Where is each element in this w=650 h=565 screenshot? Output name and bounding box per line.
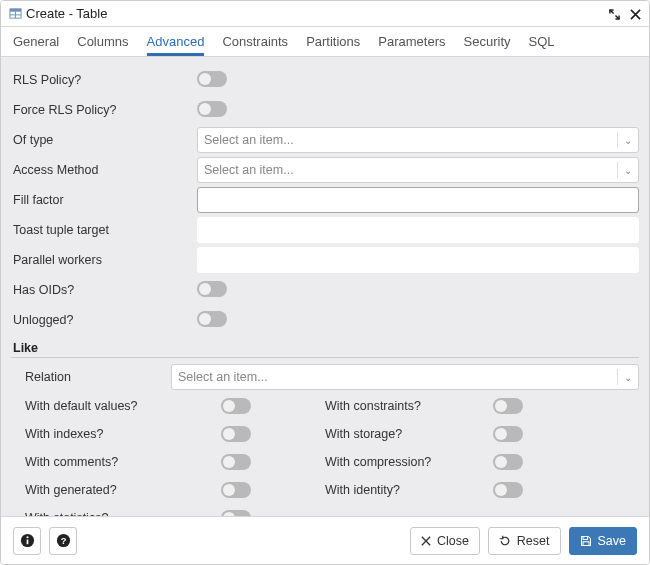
tab-advanced[interactable]: Advanced [147,27,205,56]
with-indexes-toggle[interactable] [221,426,251,442]
unlogged-toggle[interactable] [197,311,227,327]
save-button[interactable]: Save [569,527,638,555]
save-icon [580,535,592,547]
with-storage-toggle[interactable] [493,426,523,442]
with-storage-label: With storage? [325,427,493,441]
tab-sql[interactable]: SQL [529,27,555,56]
of-type-placeholder: Select an item... [204,133,611,147]
parallel-workers-input[interactable] [197,247,639,273]
access-method-placeholder: Select an item... [204,163,611,177]
fill-factor-label: Fill factor [11,193,197,207]
tab-general[interactable]: General [13,27,59,56]
reset-icon [499,535,511,547]
with-comments-toggle[interactable] [221,454,251,470]
tab-security[interactable]: Security [464,27,511,56]
relation-placeholder: Select an item... [178,370,611,384]
chevron-down-icon: ⌄ [624,135,632,146]
chevron-down-icon: ⌄ [624,372,632,383]
reset-label: Reset [517,534,550,548]
rls-policy-toggle[interactable] [197,71,227,87]
tab-constraints[interactable]: Constraints [222,27,288,56]
svg-rect-5 [26,540,28,545]
tab-partitions[interactable]: Partitions [306,27,360,56]
with-indexes-label: With indexes? [11,427,221,441]
svg-text:?: ? [60,536,66,546]
unlogged-label: Unlogged? [11,313,197,327]
rls-policy-label: RLS Policy? [11,73,197,87]
has-oids-label: Has OIDs? [11,283,197,297]
parallel-workers-label: Parallel workers [11,253,197,267]
with-compression-label: With compression? [325,455,493,469]
access-method-select[interactable]: Select an item... ⌄ [197,157,639,183]
tab-parameters[interactable]: Parameters [378,27,445,56]
with-generated-label: With generated? [11,483,221,497]
toast-tuple-target-input[interactable] [197,217,639,243]
fill-factor-input[interactable] [197,187,639,213]
access-method-label: Access Method [11,163,197,177]
with-default-values-label: With default values? [11,399,221,413]
close-button[interactable]: Close [410,527,480,555]
title-bar: Create - Table [1,1,649,27]
tab-bar: General Columns Advanced Constraints Par… [1,27,649,57]
of-type-label: Of type [11,133,197,147]
of-type-select[interactable]: Select an item... ⌄ [197,127,639,153]
close-icon [421,536,431,546]
info-button[interactable] [13,527,41,555]
table-icon [9,7,22,20]
svg-point-6 [26,536,28,538]
with-comments-label: With comments? [11,455,221,469]
with-compression-toggle[interactable] [493,454,523,470]
relation-label: Relation [11,370,171,384]
tab-columns[interactable]: Columns [77,27,128,56]
footer: ? Close Reset Save [1,516,649,564]
form-body: RLS Policy? Force RLS Policy? Of type Se… [1,57,649,516]
chevron-down-icon: ⌄ [624,165,632,176]
with-statistics-toggle[interactable] [221,510,251,516]
with-constraints-label: With constraints? [325,399,493,413]
force-rls-policy-toggle[interactable] [197,101,227,117]
with-generated-toggle[interactable] [221,482,251,498]
save-label: Save [598,534,627,548]
has-oids-toggle[interactable] [197,281,227,297]
reset-button[interactable]: Reset [488,527,561,555]
close-label: Close [437,534,469,548]
force-rls-policy-label: Force RLS Policy? [11,103,197,117]
help-button[interactable]: ? [49,527,77,555]
svg-rect-10 [583,541,589,545]
relation-select[interactable]: Select an item... ⌄ [171,364,639,390]
with-identity-toggle[interactable] [493,482,523,498]
close-icon[interactable] [630,6,641,21]
toast-tuple-target-label: Toast tuple target [11,223,197,237]
like-section-header: Like [11,337,639,358]
with-identity-label: With identity? [325,483,493,497]
with-default-values-toggle[interactable] [221,398,251,414]
with-constraints-toggle[interactable] [493,398,523,414]
window-title: Create - Table [26,6,609,21]
expand-icon[interactable] [609,6,620,21]
svg-rect-9 [583,536,588,539]
